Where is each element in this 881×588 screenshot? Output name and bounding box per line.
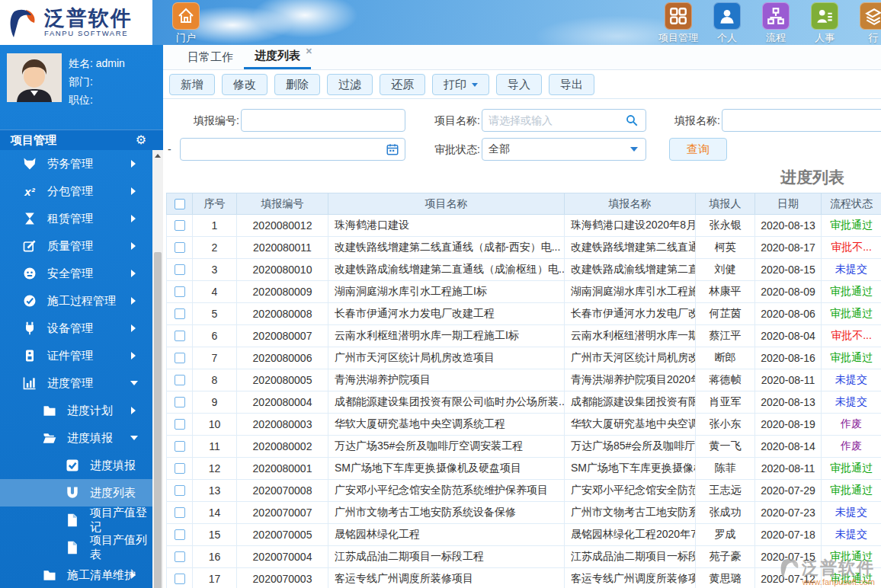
cell-report-code[interactable]: 2020070008 bbox=[237, 480, 328, 502]
row-checkbox[interactable] bbox=[175, 331, 185, 341]
sidebar-item[interactable]: 项目产值列表 bbox=[0, 534, 152, 561]
toolbar-button[interactable]: 过滤 bbox=[327, 74, 373, 95]
cell-report-code[interactable]: 2020080009 bbox=[237, 281, 328, 303]
calendar-icon[interactable] bbox=[386, 142, 399, 156]
toolbar-button[interactable]: 新增 bbox=[169, 74, 215, 95]
search-icon[interactable] bbox=[625, 113, 639, 127]
column-header[interactable]: 填报人 bbox=[696, 193, 755, 215]
row-checkbox[interactable] bbox=[175, 308, 185, 319]
nav-item-flow[interactable]: 流程 bbox=[751, 2, 800, 45]
row-checkbox[interactable] bbox=[175, 397, 185, 407]
tab[interactable]: 日常工作 bbox=[177, 45, 244, 69]
table-row[interactable]: 32020080010改建铁路成渝线增建第二直通线（成渝枢纽）电...改建铁路成… bbox=[167, 259, 881, 281]
approval-status-select[interactable]: 全部 bbox=[482, 138, 646, 161]
cell-report-code[interactable]: 2020080004 bbox=[237, 391, 328, 414]
toolbar-button[interactable]: 导出 bbox=[549, 74, 594, 95]
sidebar-item[interactable]: 劳务管理 bbox=[0, 150, 152, 177]
toolbar-button[interactable]: 导入 bbox=[496, 74, 542, 95]
sidebar-item[interactable]: x²分包管理 bbox=[0, 177, 152, 205]
sidebar-item[interactable]: 进度列表 bbox=[0, 479, 152, 507]
sidebar-item[interactable]: 项目产值登记 bbox=[0, 507, 152, 534]
sidebar-item[interactable]: 进度管理 bbox=[0, 369, 152, 397]
row-checkbox[interactable] bbox=[175, 375, 185, 385]
row-checkbox[interactable] bbox=[175, 353, 185, 363]
scroll-up-icon[interactable] bbox=[152, 150, 163, 161]
sidebar-item[interactable]: 租赁管理 bbox=[0, 205, 152, 232]
sidebar-item[interactable]: 证件管理 bbox=[0, 342, 152, 369]
select-all-checkbox[interactable] bbox=[175, 199, 185, 209]
sidebar-item[interactable]: 质量管理 bbox=[0, 232, 152, 260]
table-row[interactable]: 42020080009湖南洞庭湖水库引水工程施工I标湖南洞庭湖水库引水工程施工I… bbox=[167, 281, 881, 303]
toolbar-button[interactable]: 修改 bbox=[222, 74, 268, 95]
table-row[interactable]: 92020080004成都能源建设集团投资有限公司临时办公场所装...成都能源建… bbox=[167, 391, 881, 414]
table-row[interactable]: 52020080008长春市伊通河水力发电厂改建工程长春市伊通河水力发电厂改建.… bbox=[167, 303, 881, 325]
table-row[interactable]: 172020070003客运专线广州调度所装修项目客运专线广州调度所装修项目..… bbox=[167, 568, 881, 588]
sidebar-item[interactable]: 施工清单维护 bbox=[0, 561, 152, 588]
cell-report-code[interactable]: 2020080008 bbox=[237, 303, 328, 325]
cell-report-code[interactable]: 2020080003 bbox=[237, 414, 328, 436]
cell-report-code[interactable]: 2020080012 bbox=[237, 215, 328, 237]
nav-item-people[interactable]: 人事 bbox=[800, 2, 849, 45]
gear-icon[interactable]: ⚙ bbox=[136, 133, 146, 147]
sidebar-item[interactable]: 施工过程管理 bbox=[0, 287, 152, 315]
sidebar-item[interactable]: 安全管理 bbox=[0, 260, 152, 287]
cell-report-code[interactable]: 2020070007 bbox=[237, 502, 328, 524]
row-checkbox[interactable] bbox=[175, 242, 185, 253]
column-header[interactable]: 填报编号 bbox=[237, 193, 328, 215]
row-checkbox[interactable] bbox=[175, 463, 185, 474]
cell-report-code[interactable]: 2020070005 bbox=[237, 524, 328, 546]
query-button[interactable]: 查询 bbox=[669, 138, 727, 161]
row-checkbox[interactable] bbox=[175, 551, 185, 562]
project-name-input[interactable] bbox=[482, 109, 646, 132]
toolbar-button[interactable]: 还原 bbox=[380, 74, 425, 95]
table-row[interactable]: 12020080012珠海鹤港口建设珠海鹤港口建设2020年8月份...张永银2… bbox=[167, 215, 881, 237]
table-row[interactable]: 62020080007云南水利枢纽潜明水库一期工程施工I标云南水利枢纽潜明水库一… bbox=[167, 325, 881, 347]
row-checkbox[interactable] bbox=[175, 419, 185, 430]
cell-report-code[interactable]: 2020080007 bbox=[237, 325, 328, 347]
table-row[interactable]: 82020080005青海洪湖养护院项目青海洪湖养护院项目2020年8...蒋德… bbox=[167, 369, 881, 391]
row-checkbox[interactable] bbox=[175, 574, 185, 584]
column-header[interactable]: 日期 bbox=[755, 193, 822, 215]
column-header[interactable]: 流程状态 bbox=[822, 193, 881, 215]
row-checkbox[interactable] bbox=[175, 220, 185, 231]
cell-report-code[interactable]: 2020080001 bbox=[237, 458, 328, 480]
scrollbar-thumb[interactable] bbox=[154, 252, 162, 588]
cell-report-code[interactable]: 2020080006 bbox=[237, 347, 328, 369]
row-checkbox[interactable] bbox=[175, 286, 185, 297]
nav-item-portal[interactable]: 门户 bbox=[166, 2, 206, 45]
table-row[interactable]: 142020070007广州市文物考古工地安防系统设备保修广州市文物考古工地安防… bbox=[167, 502, 881, 524]
date-input[interactable] bbox=[180, 138, 405, 161]
sidebar-item[interactable]: 进度计划 bbox=[0, 397, 152, 424]
row-checkbox[interactable] bbox=[175, 485, 185, 496]
nav-item-grid[interactable]: 项目管理 bbox=[654, 2, 703, 45]
table-row[interactable]: 132020070008广安邓小平纪念馆安全防范系统维护保养项目广安邓小平纪念馆… bbox=[167, 480, 881, 502]
report-no-input[interactable] bbox=[241, 109, 405, 132]
table-row[interactable]: 72020080006广州市天河区统计局机房改造项目广州市天河区统计局机房改造.… bbox=[167, 347, 881, 369]
cell-report-code[interactable]: 2020080002 bbox=[237, 436, 328, 458]
close-icon[interactable]: ✕ bbox=[306, 46, 312, 56]
table-row[interactable]: 112020080002万达广场35#会所及咖啡厅空调安装工程万达广场85#会所… bbox=[167, 436, 881, 458]
sidebar-item[interactable]: 设备管理 bbox=[0, 315, 152, 342]
toolbar-button[interactable]: 删除 bbox=[274, 74, 320, 95]
cell-report-code[interactable]: 2020080010 bbox=[237, 259, 328, 281]
table-row[interactable]: 102020080003华软大厦研究基地中央空调系统工程华软大厦研究基地中央空调… bbox=[167, 414, 881, 436]
sidebar-item[interactable]: 进度填报 bbox=[0, 424, 152, 452]
table-row[interactable]: 162020070004江苏成品油二期项目一标段工程江苏成品油二期项目一标段工.… bbox=[167, 546, 881, 568]
nav-item-user[interactable]: 个人 bbox=[703, 2, 751, 45]
cell-report-code[interactable]: 2020070003 bbox=[237, 568, 328, 588]
sidebar-item[interactable]: 进度填报 bbox=[0, 452, 152, 479]
cell-report-code[interactable]: 2020080011 bbox=[237, 237, 328, 259]
tab[interactable]: 进度列表✕ bbox=[244, 45, 311, 69]
row-checkbox[interactable] bbox=[175, 507, 185, 518]
toolbar-button[interactable]: 打印 bbox=[432, 74, 489, 95]
nav-item-layers[interactable]: 行 bbox=[849, 2, 881, 45]
sidebar-scrollbar[interactable] bbox=[152, 150, 163, 588]
column-header[interactable]: 序号 bbox=[193, 193, 237, 215]
report-name-input[interactable] bbox=[722, 109, 881, 132]
row-checkbox[interactable] bbox=[175, 264, 185, 275]
cell-report-code[interactable]: 2020070004 bbox=[237, 546, 328, 568]
column-header[interactable]: 项目名称 bbox=[328, 193, 565, 215]
row-checkbox[interactable] bbox=[175, 441, 185, 452]
cell-report-code[interactable]: 2020080005 bbox=[237, 369, 328, 391]
table-row[interactable]: 152020070005晟铭园林绿化工程晟铭园林绿化工程2020年7月...罗成… bbox=[167, 524, 881, 546]
